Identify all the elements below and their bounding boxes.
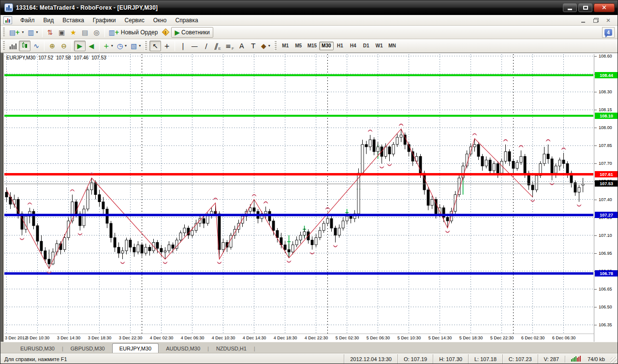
fractal-down-arrow-icon (445, 231, 450, 233)
line-chart-button[interactable]: ∿ (30, 41, 42, 51)
equidistant-channel-button[interactable]: ∥E (212, 41, 223, 51)
toolbar-grip[interactable] (145, 41, 147, 51)
text-button[interactable]: A (236, 41, 248, 51)
candle-bull (369, 140, 371, 147)
close-icon: ✕ (602, 5, 607, 10)
maximize-button[interactable] (578, 3, 592, 12)
close-button[interactable]: ✕ (594, 3, 615, 12)
chart-shift-button[interactable]: ◀ (86, 41, 97, 51)
navigator-button[interactable]: ★ (68, 27, 79, 38)
candle-bear (477, 145, 480, 157)
tab-nzdusd-h1[interactable]: NZDUSD,H1 (209, 343, 254, 353)
menu-item-0[interactable]: Файл (16, 15, 39, 25)
menu-item-4[interactable]: Сервис (120, 15, 149, 25)
candle-bear (566, 163, 569, 173)
text-label-button[interactable]: T (248, 41, 259, 51)
price-badge-108.44: 108.44 (595, 72, 618, 78)
candle-bear (284, 245, 286, 249)
cursor-button[interactable]: ↖ (149, 41, 161, 51)
zoom-in-button[interactable]: ⊕ (46, 41, 58, 51)
candle-bull (396, 137, 398, 145)
crosshair-button[interactable]: + (161, 41, 173, 51)
timeframe-m15-button[interactable]: M15 (305, 42, 319, 50)
candle-bull (87, 190, 89, 209)
zoom-out-button[interactable]: ⊖ (58, 41, 70, 51)
timeframe-m30-button[interactable]: M30 (319, 42, 333, 50)
menu-item-1[interactable]: Вид (39, 15, 59, 25)
timeframe-d1-button[interactable]: D1 (360, 42, 373, 50)
mdi-minimize-button[interactable] (579, 16, 588, 24)
fibonacci-button[interactable]: ≡F (223, 41, 236, 51)
horizontal-line-button[interactable]: — (189, 41, 200, 51)
candlestick-chart-button[interactable] (19, 41, 30, 51)
title-bar: 133164: MetaTrader4 - RoboForex - [EURJP… (0, 0, 618, 15)
new-order-button[interactable]: ▥+Новый Ордер (107, 27, 160, 38)
candle-bull (578, 188, 580, 192)
price-tick-label: 106.95 (599, 251, 612, 256)
timeframe-m5-button[interactable]: M5 (292, 42, 305, 50)
market-watch-button[interactable]: ⇅ (44, 27, 56, 38)
expert-advisors-button[interactable]: ▶Советники (171, 27, 213, 38)
trendline-button[interactable]: / (200, 41, 212, 51)
periods-button[interactable]: ◷▾ (115, 41, 129, 51)
timeframe-w1-button[interactable]: W1 (373, 42, 386, 50)
price-tick-label: 107.40 (599, 197, 612, 202)
menu-item-6[interactable]: Справка (171, 15, 203, 25)
toolbar-grip[interactable] (274, 41, 277, 51)
tab-eurusd-m30[interactable]: EURUSD,M30 (13, 343, 62, 353)
profiles-button[interactable]: ▥▾ (26, 27, 40, 38)
vertical-line-button[interactable]: | (177, 41, 189, 51)
toolbar-grip[interactable] (2, 28, 5, 37)
tab-audusd-m30[interactable]: AUDUSD,M30 (159, 343, 207, 353)
data-window-button[interactable]: ▣ (56, 27, 68, 38)
timeframe-h1-button[interactable]: H1 (334, 42, 347, 50)
mdi-close-button[interactable]: × (604, 16, 613, 24)
time-axis[interactable]: 3 Dec 20123 Dec 10:303 Dec 14:303 Dec 18… (4, 334, 594, 342)
fractal-up-arrow-icon (28, 203, 32, 205)
header-open: 107.52 (38, 55, 53, 60)
templates-button[interactable]: ▧▾ (129, 41, 143, 51)
notifications-button[interactable]: 4 (602, 27, 615, 38)
horizontal-line-icon: — (191, 43, 198, 49)
menu-item-5[interactable]: Окно (149, 15, 171, 25)
resize-grip[interactable] (610, 357, 617, 364)
menu-item-2[interactable]: Вставка (58, 15, 88, 25)
time-tick-label: 4 Dec 14:30 (243, 335, 266, 340)
tab-gbpusd-m30[interactable]: GBPUSD,M30 (63, 343, 112, 353)
fractal-up-arrow-icon (399, 124, 404, 126)
candle-bull (303, 232, 306, 235)
bar-chart-button[interactable] (7, 41, 19, 51)
candle-bear (48, 259, 50, 264)
candle-bear (36, 226, 39, 241)
mdi-restore-icon (593, 18, 599, 23)
minimize-button[interactable] (563, 3, 577, 12)
candle-bear (160, 248, 162, 252)
timeframe-h4-button[interactable]: H4 (347, 42, 360, 50)
alerts-button[interactable]: ! (160, 27, 171, 38)
app-icon (4, 3, 13, 12)
new-chart-button[interactable]: ▤+▾ (7, 27, 26, 38)
indicators-icon: + (103, 43, 109, 49)
strategy-tester-button[interactable]: ◎ (91, 27, 103, 38)
toolbar-grip[interactable] (2, 41, 5, 51)
timeframe-m1-button[interactable]: M1 (279, 42, 292, 50)
menu-item-3[interactable]: Графики (88, 15, 120, 25)
arrows-button[interactable]: ◆▾ (259, 41, 272, 51)
indicators-button[interactable]: +▾ (102, 41, 115, 51)
time-tick-label: 6 Dec 06:30 (552, 335, 576, 340)
price-tick (594, 128, 597, 128)
mdi-restore-button[interactable] (591, 16, 600, 24)
periods-icon: ◷ (117, 43, 123, 49)
status-close: C: 107.23 (502, 354, 538, 364)
timeframe-mn-button[interactable]: MN (386, 42, 399, 50)
price-axis[interactable]: 108.60108.45108.30108.15108.00107.85107.… (594, 54, 618, 342)
candle-bull (520, 157, 522, 162)
menu-bar: ФайлВидВставкаГрафикиСервисОкноСправка × (0, 15, 618, 26)
chart-frame-edge (0, 53, 4, 342)
chevron-down-icon: ▾ (125, 44, 127, 48)
tab-eurjpy-m30[interactable]: EURJPY,M30 (112, 343, 159, 353)
terminal-button[interactable]: ▤ (79, 27, 91, 38)
chart-plot[interactable]: EURJPY,M30107.52107.58107.46107.53 (4, 54, 593, 334)
auto-scroll-button[interactable]: ▶ (74, 41, 86, 51)
candle-bear (156, 243, 159, 248)
